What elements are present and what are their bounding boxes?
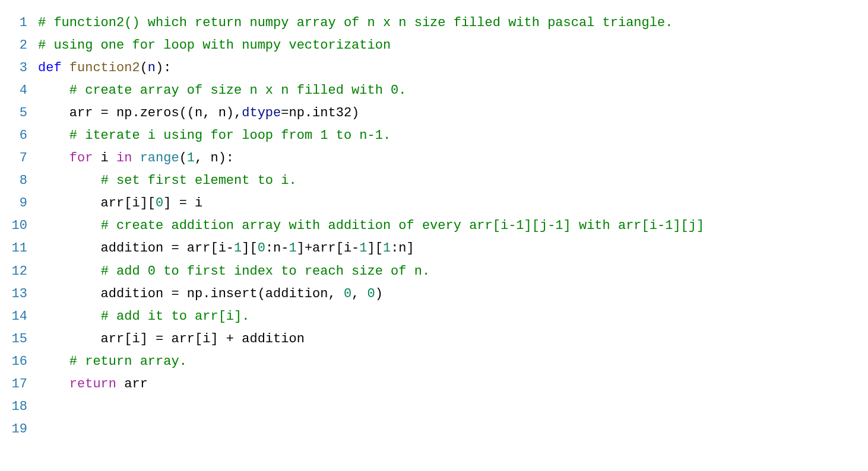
code-token: arr <box>116 377 148 392</box>
code-token: =np.int32) <box>281 106 359 120</box>
code-token: 1 <box>359 241 367 256</box>
code-token <box>38 83 69 98</box>
code-token: arr[i] = arr[i] + addition <box>38 332 305 346</box>
code-token <box>38 377 69 392</box>
line-number: 19 <box>7 418 27 441</box>
code-token: # add it to arr[i]. <box>101 309 250 324</box>
code-token: # function2() which return numpy array o… <box>38 15 673 30</box>
code-token: addition = arr[i- <box>38 241 234 256</box>
code-token: return <box>69 377 116 392</box>
code-token <box>38 264 101 279</box>
code-line: # using one for loop with numpy vectoriz… <box>38 34 704 57</box>
code-token: # create addition array with addition of… <box>101 218 705 233</box>
code-token <box>38 309 101 324</box>
code-token: 0 <box>156 196 163 211</box>
code-line: def function2(n): <box>38 57 704 79</box>
code-line: # iterate i using for loop from 1 to n-1… <box>38 125 704 147</box>
code-token: arr = np.zeros((n, n), <box>38 106 242 120</box>
line-number: 10 <box>7 215 27 237</box>
code-token <box>38 218 101 233</box>
code-line: # set first element to i. <box>38 170 704 192</box>
code-token: arr[i][ <box>38 196 156 211</box>
code-token: ): <box>156 61 171 75</box>
code-token: def <box>38 61 62 75</box>
line-number: 13 <box>7 283 27 305</box>
code-line: arr[i] = arr[i] + addition <box>38 328 704 351</box>
code-token: # create array of size n x n filled with… <box>69 83 407 98</box>
code-line: # add it to arr[i]. <box>38 305 704 328</box>
line-number: 1 <box>7 12 27 34</box>
code-token: ][ <box>242 241 257 256</box>
code-line: # create array of size n x n filled with… <box>38 79 704 102</box>
code-line: arr = np.zeros((n, n),dtype=np.int32) <box>38 102 704 125</box>
code-token: :n- <box>265 241 289 256</box>
code-token: addition = np.insert(addition, <box>38 287 344 301</box>
code-token: # set first element to i. <box>101 173 297 188</box>
code-token: i <box>93 151 116 166</box>
code-token: 1 <box>234 241 242 256</box>
code-token <box>38 128 69 143</box>
code-line: arr[i][0] = i <box>38 192 704 215</box>
line-number: 18 <box>7 396 27 418</box>
code-content[interactable]: # function2() which return numpy array o… <box>38 12 704 441</box>
code-token: ) <box>375 287 383 301</box>
code-token: for <box>69 151 93 166</box>
code-token: n <box>148 61 156 75</box>
line-number: 11 <box>7 237 27 260</box>
code-token: 0 <box>368 287 375 301</box>
code-token <box>62 61 69 75</box>
code-line: addition = arr[i-1][0:n-1]+arr[i-1][1:n] <box>38 237 704 260</box>
code-line: # create addition array with addition of… <box>38 215 704 237</box>
line-number: 3 <box>7 57 27 79</box>
code-token <box>132 151 140 166</box>
code-line <box>38 396 704 418</box>
code-line: return arr <box>38 373 704 396</box>
code-token: , n): <box>195 151 234 166</box>
code-token: ]+arr[i- <box>297 241 360 256</box>
code-token <box>38 354 69 369</box>
code-token <box>38 173 101 188</box>
line-number: 12 <box>7 260 27 283</box>
code-line: for i in range(1, n): <box>38 147 704 170</box>
code-token: , <box>351 287 367 301</box>
line-number: 5 <box>7 102 27 125</box>
code-line: # function2() which return numpy array o… <box>38 12 704 34</box>
line-number: 6 <box>7 125 27 147</box>
code-token: ( <box>179 151 187 166</box>
line-number: 15 <box>7 328 27 351</box>
line-number: 8 <box>7 170 27 192</box>
line-number: 16 <box>7 351 27 373</box>
code-token: 0 <box>344 287 351 301</box>
line-number: 17 <box>7 373 27 396</box>
code-line: # return array. <box>38 351 704 373</box>
code-token: 1 <box>187 151 195 166</box>
code-block: 12345678910111213141516171819 # function… <box>0 0 868 453</box>
code-token: range <box>140 151 179 166</box>
code-token <box>38 151 69 166</box>
code-token: ] = i <box>163 196 202 211</box>
code-token: 1 <box>289 241 296 256</box>
code-token: # using one for loop with numpy vectoriz… <box>38 38 391 53</box>
line-number: 7 <box>7 147 27 170</box>
code-token: 1 <box>383 241 391 256</box>
code-token: 0 <box>258 241 265 256</box>
code-token: function2 <box>69 61 140 75</box>
code-token: # iterate i using for loop from 1 to n-1… <box>69 128 391 143</box>
code-token: # return array. <box>69 354 187 369</box>
code-line <box>38 418 704 441</box>
code-token: # add 0 to first index to reach size of … <box>101 264 430 279</box>
code-line: # add 0 to first index to reach size of … <box>38 260 704 283</box>
code-line: addition = np.insert(addition, 0, 0) <box>38 283 704 305</box>
code-token: ][ <box>368 241 383 256</box>
line-number: 2 <box>7 34 27 57</box>
code-token: in <box>116 151 132 166</box>
code-token: :n] <box>391 241 414 256</box>
line-number-gutter: 12345678910111213141516171819 <box>0 12 38 441</box>
line-number: 9 <box>7 192 27 215</box>
line-number: 14 <box>7 305 27 328</box>
line-number: 4 <box>7 79 27 102</box>
code-token: dtype <box>242 106 281 120</box>
code-token: ( <box>140 61 148 75</box>
